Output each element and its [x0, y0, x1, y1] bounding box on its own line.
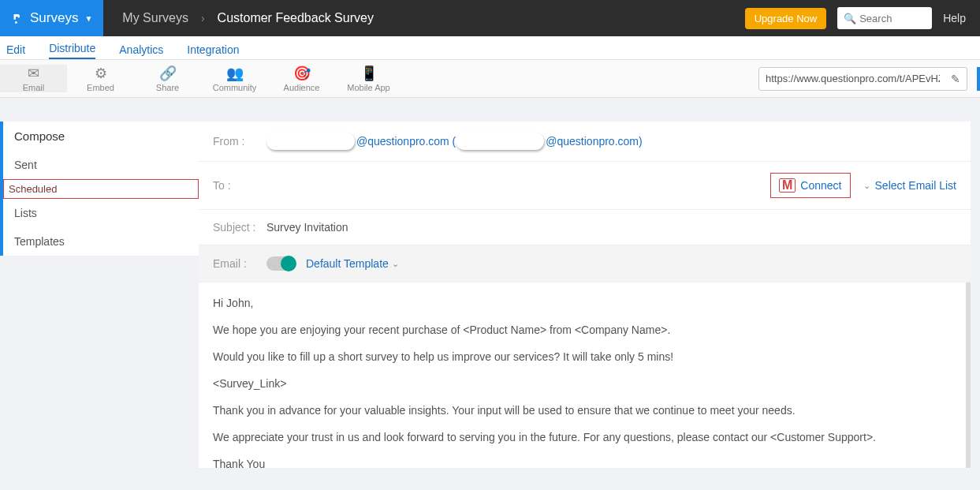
to-row: To : M Connect ⌄ Select Email List: [199, 162, 971, 210]
tool-label: Email: [23, 83, 45, 92]
logo-icon: [8, 10, 24, 26]
to-label: To :: [213, 179, 259, 192]
scheduled-label: Scheduled: [3, 179, 199, 199]
embed-icon: ⚙: [95, 65, 107, 82]
email-label: Email :: [213, 257, 259, 270]
body-line: Thank you in advance for your valuable i…: [213, 404, 952, 417]
from-mask-1: [266, 133, 355, 150]
distribute-toolbar: ✉ Email ⚙ Embed 🔗 Share 👥 Community 🎯 Au…: [0, 60, 980, 98]
tool-label: Share: [156, 83, 179, 92]
body-line: Thank You: [213, 458, 952, 468]
tool-share[interactable]: 🔗 Share: [134, 65, 201, 92]
sidebar-compose[interactable]: Compose: [3, 122, 199, 151]
tool-label: Community: [213, 83, 257, 92]
share-icon: 🔗: [159, 65, 177, 82]
body-line: Hi John,: [213, 297, 952, 309]
connect-label: Connect: [800, 179, 841, 192]
tool-label: Audience: [284, 83, 320, 92]
brand-dropdown[interactable]: Surveys ▼: [0, 0, 103, 36]
search-box[interactable]: 🔍: [837, 7, 932, 29]
compose-panel: From : @questionpro.com ( @questionpro.c…: [199, 122, 971, 468]
breadcrumb-root[interactable]: My Surveys: [122, 11, 188, 25]
select-email-label: Select Email List: [875, 179, 956, 192]
from-label: From :: [213, 135, 259, 148]
mobile-icon: 📱: [360, 65, 378, 82]
tool-community[interactable]: 👥 Community: [201, 65, 268, 92]
stage: Compose Sent Scheduled Lists Templates F…: [0, 98, 980, 468]
top-bar: Surveys ▼ My Surveys › Customer Feedback…: [0, 0, 980, 36]
community-icon: 👥: [226, 65, 244, 82]
from-domain-1: @questionpro.com (: [356, 135, 456, 148]
tab-distribute[interactable]: Distribute: [49, 42, 95, 59]
tool-email[interactable]: ✉ Email: [0, 65, 67, 92]
chevron-down-icon: ⌄: [392, 259, 399, 269]
chevron-right-icon: ›: [201, 12, 205, 24]
tab-analytics[interactable]: Analytics: [119, 43, 163, 59]
side-menu: Compose Sent Scheduled Lists Templates: [0, 122, 199, 468]
from-mask-2: [456, 133, 544, 150]
upgrade-button[interactable]: Upgrade Now: [745, 8, 827, 29]
search-icon: 🔍: [844, 13, 856, 24]
select-email-list[interactable]: ⌄ Select Email List: [863, 179, 956, 192]
help-link[interactable]: Help: [943, 12, 966, 24]
email-body[interactable]: Hi John, We hope you are enjoying your r…: [199, 282, 971, 468]
tool-audience[interactable]: 🎯 Audience: [268, 65, 335, 92]
template-label: Default Template: [306, 257, 389, 270]
email-icon: ✉: [28, 65, 39, 82]
pencil-icon[interactable]: ✎: [945, 73, 967, 85]
tab-integration[interactable]: Integration: [187, 43, 239, 59]
tab-edit[interactable]: Edit: [6, 43, 25, 59]
sidebar-sent[interactable]: Sent: [3, 151, 199, 179]
tool-embed[interactable]: ⚙ Embed: [67, 65, 134, 92]
subject-label: Subject :: [213, 221, 259, 234]
sidebar-lists[interactable]: Lists: [3, 199, 199, 227]
survey-url-box[interactable]: https://www.questionpro.com/t/APEvHZeq ✎: [758, 67, 967, 91]
search-input[interactable]: [859, 13, 929, 24]
tool-label: Embed: [87, 83, 114, 92]
sidebar-scheduled[interactable]: Scheduled: [3, 179, 199, 199]
audience-icon: 🎯: [293, 65, 311, 82]
chevron-down-icon: ⌄: [863, 181, 870, 191]
body-line: Would you like to fill up a short survey…: [213, 350, 952, 363]
gmail-connect-button[interactable]: M Connect: [770, 173, 850, 198]
tool-label: Mobile App: [347, 83, 389, 92]
edge-accent: [977, 67, 980, 91]
from-domain-2: @questionpro.com): [546, 135, 642, 148]
to-actions: M Connect ⌄ Select Email List: [770, 173, 956, 198]
survey-url: https://www.questionpro.com/t/APEvHZeq: [766, 73, 940, 84]
from-row: From : @questionpro.com ( @questionpro.c…: [199, 122, 971, 162]
breadcrumb: My Surveys › Customer Feedback Survey: [122, 11, 374, 25]
subject-value[interactable]: Survey Invitation: [266, 221, 348, 234]
primary-tabs: Edit Distribute Analytics Integration: [0, 36, 980, 60]
breadcrumb-current: Customer Feedback Survey: [218, 11, 374, 25]
brand-label: Surveys: [30, 10, 78, 26]
template-picker[interactable]: Default Template ⌄: [306, 257, 399, 270]
gmail-icon: M: [779, 178, 796, 193]
caret-down-icon: ▼: [84, 14, 92, 23]
top-right: Upgrade Now 🔍 Help: [745, 7, 980, 29]
email-toggle[interactable]: [266, 256, 295, 271]
tool-mobile[interactable]: 📱 Mobile App: [335, 65, 402, 92]
subject-row: Subject : Survey Invitation: [199, 210, 971, 245]
body-line: We appreciate your trust in us and look …: [213, 431, 952, 443]
email-template-row: Email : Default Template ⌄: [199, 245, 971, 282]
body-line: We hope you are enjoying your recent pur…: [213, 324, 952, 336]
body-line: <Survey_Link>: [213, 377, 952, 390]
sidebar-templates[interactable]: Templates: [3, 227, 199, 256]
